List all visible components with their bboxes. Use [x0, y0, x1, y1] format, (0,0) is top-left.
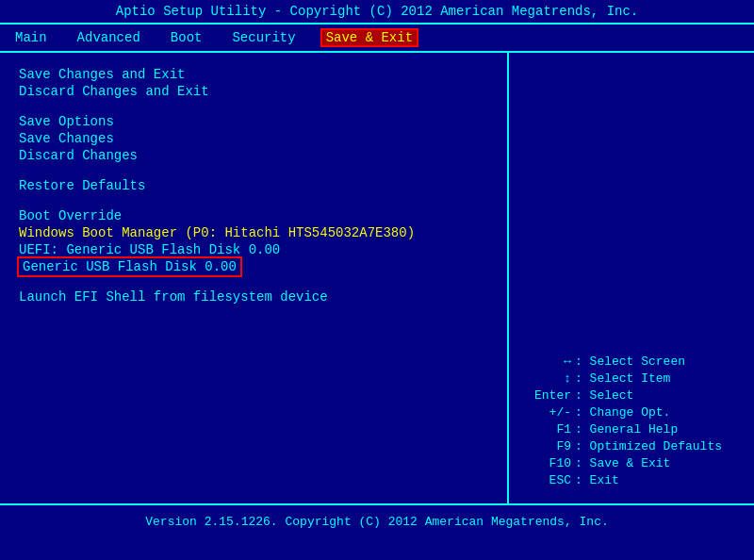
menu-bar: MainAdvancedBootSecuritySave & Exit [0, 23, 754, 53]
menu-item-boot[interactable]: Boot [165, 28, 208, 47]
help-key-1: ↕ [524, 371, 571, 386]
section-2: Restore Defaults [19, 177, 488, 194]
section-4: Launch EFI Shell from filesystem device [19, 288, 488, 305]
menu-item-security[interactable]: Security [226, 28, 301, 47]
help-desc-7: : Exit [575, 473, 619, 487]
menu-entry-1-1[interactable]: Save Changes [19, 130, 488, 147]
help-desc-3: : Change Opt. [575, 405, 670, 420]
help-key-4: F1 [524, 422, 571, 436]
menu-entry-2-0[interactable]: Restore Defaults [19, 177, 488, 194]
help-row-0: ↔: Select Screen [524, 354, 739, 369]
title-text: Aptio Setup Utility - Copyright (C) 2012… [116, 4, 639, 19]
help-key-7: ESC [524, 473, 571, 487]
title-bar: Aptio Setup Utility - Copyright (C) 2012… [0, 0, 754, 23]
help-key-5: F9 [524, 439, 571, 453]
menu-item-main[interactable]: Main [9, 28, 53, 47]
menu-entry-3-1[interactable]: Windows Boot Manager (P0: Hitachi HTS545… [19, 224, 488, 241]
menu-item-advanced[interactable]: Advanced [72, 28, 146, 47]
help-desc-6: : Save & Exit [575, 456, 670, 470]
menu-entry-0-1[interactable]: Discard Changes and Exit [19, 83, 488, 100]
main-content: Save Changes and ExitDiscard Changes and… [0, 53, 754, 503]
left-panel: Save Changes and ExitDiscard Changes and… [0, 53, 509, 503]
right-panel: ↔: Select Screen↕: Select ItemEnter: Sel… [509, 53, 754, 503]
help-key-2: Enter [524, 388, 571, 403]
help-row-7: ESC: Exit [524, 473, 739, 487]
help-key-3: +/- [524, 405, 571, 420]
help-row-3: +/-: Change Opt. [524, 405, 739, 420]
help-row-5: F9: Optimized Defaults [524, 439, 739, 453]
menu-entry-3-2[interactable]: UEFI: Generic USB Flash Disk 0.00 [19, 241, 488, 258]
menu-entry-0-0[interactable]: Save Changes and Exit [19, 66, 488, 83]
help-row-6: F10: Save & Exit [524, 456, 739, 470]
menu-entry-4-0[interactable]: Launch EFI Shell from filesystem device [19, 288, 488, 305]
section-3: Boot OverrideWindows Boot Manager (P0: H… [19, 207, 488, 275]
help-row-1: ↕: Select Item [524, 371, 739, 386]
help-desc-4: : General Help [575, 422, 678, 436]
help-desc-0: : Select Screen [575, 354, 685, 369]
menu-entry-3-0: Boot Override [19, 207, 488, 224]
footer-text: Version 2.15.1226. Copyright (C) 2012 Am… [145, 515, 608, 529]
help-row-2: Enter: Select [524, 388, 739, 403]
help-desc-5: : Optimized Defaults [575, 439, 722, 453]
help-key-0: ↔ [524, 354, 571, 369]
help-desc-2: : Select [575, 388, 633, 403]
help-desc-1: : Select Item [575, 371, 670, 386]
menu-item-save-and-exit[interactable]: Save & Exit [320, 28, 418, 47]
section-1: Save OptionsSave ChangesDiscard Changes [19, 113, 488, 164]
menu-entry-1-2[interactable]: Discard Changes [19, 147, 488, 164]
menu-entry-1-0: Save Options [19, 113, 488, 130]
help-row-4: F1: General Help [524, 422, 739, 436]
menu-entry-3-3[interactable]: Generic USB Flash Disk 0.00 [19, 258, 240, 275]
help-key-6: F10 [524, 456, 571, 470]
section-0: Save Changes and ExitDiscard Changes and… [19, 66, 488, 100]
footer: Version 2.15.1226. Copyright (C) 2012 Am… [0, 503, 754, 537]
help-table: ↔: Select Screen↕: Select ItemEnter: Sel… [524, 354, 739, 490]
